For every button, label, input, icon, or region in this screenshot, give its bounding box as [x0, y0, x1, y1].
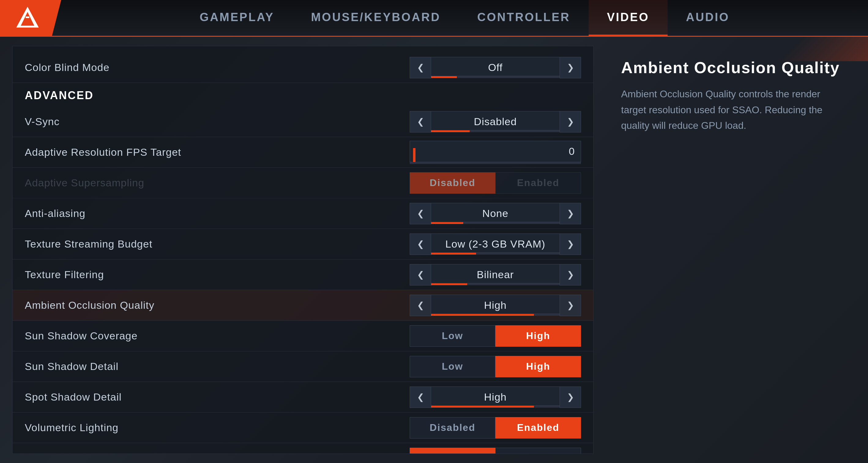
color-blind-bar-fill: [431, 76, 457, 78]
value-wrap-texture_streaming: Low (2-3 GB VRAM): [431, 234, 560, 255]
prev-btn-texture_filtering[interactable]: ❮: [410, 264, 431, 285]
nav-tabs: GAMEPLAYMOUSE/KEYBOARDCONTROLLERVIDEOAUD…: [61, 0, 868, 36]
next-btn-ambient_occlusion[interactable]: ❯: [560, 295, 581, 316]
prev-btn-anti_aliasing[interactable]: ❮: [410, 203, 431, 224]
next-btn-vsync[interactable]: ❯: [560, 111, 581, 132]
setting-label-dynamic_spot_shadows: Dynamic Spot Shadows: [25, 452, 404, 454]
toggle-pair-adaptive_super[interactable]: DisabledEnabled: [410, 172, 581, 194]
color-blind-next-btn[interactable]: ❯: [560, 57, 581, 78]
toggle-btn2-sun_shadow_coverage[interactable]: High: [495, 325, 581, 347]
selector-bar-fill-ambient_occlusion: [431, 314, 534, 316]
selector-bar-vsync: [431, 130, 560, 132]
setting-label-sun_shadow_detail: Sun Shadow Detail: [25, 361, 404, 372]
selector-bar-texture_streaming: [431, 253, 560, 255]
next-btn-anti_aliasing[interactable]: ❯: [560, 203, 581, 224]
arrow-selector-texture_streaming[interactable]: ❮Low (2-3 GB VRAM)❯: [410, 234, 581, 255]
arrow-selector-anti_aliasing[interactable]: ❮None❯: [410, 203, 581, 224]
value-wrap-vsync: Disabled: [431, 111, 560, 132]
color-blind-mode-selector[interactable]: ❮ Off ❯: [410, 57, 581, 78]
header: GAMEPLAYMOUSE/KEYBOARDCONTROLLERVIDEOAUD…: [0, 0, 868, 37]
toggle-btn1-adaptive_super[interactable]: Disabled: [410, 172, 495, 194]
selector-bar-fill-anti_aliasing: [431, 222, 463, 224]
toggle-pair-volumetric_lighting[interactable]: DisabledEnabled: [410, 417, 581, 438]
color-blind-value: Off: [431, 57, 560, 76]
selector-bar-fill-texture_streaming: [431, 253, 476, 255]
nav-tab-audio[interactable]: AUDIO: [668, 0, 748, 36]
toggle-btn2-sun_shadow_detail[interactable]: High: [495, 356, 581, 377]
selector-value-texture_streaming: Low (2-3 GB VRAM): [431, 234, 560, 253]
numeric-input-adaptive_res[interactable]: 0: [410, 141, 581, 162]
advanced-section-label: ADVANCED: [25, 89, 94, 101]
setting-row-texture_streaming: Texture Streaming Budget❮Low (2-3 GB VRA…: [12, 229, 593, 259]
arrow-selector-vsync[interactable]: ❮Disabled❯: [410, 111, 581, 132]
color-blind-mode-row: Color Blind Mode ❮ Off ❯: [12, 52, 593, 83]
advanced-section-header-row: ADVANCED: [12, 83, 593, 106]
toggle-pair-sun_shadow_coverage[interactable]: LowHigh: [410, 325, 581, 347]
info-panel: Ambient Occlusion Quality Ambient Occlus…: [606, 46, 856, 454]
selector-value-ambient_occlusion: High: [431, 295, 560, 314]
value-wrap-anti_aliasing: None: [431, 203, 560, 224]
toggle-btn1-dynamic_spot_shadows[interactable]: Disabled: [410, 448, 495, 454]
prev-btn-texture_streaming[interactable]: ❮: [410, 234, 431, 255]
nav-tab-controller[interactable]: CONTROLLER: [459, 0, 589, 36]
selector-value-texture_filtering: Bilinear: [431, 264, 560, 283]
setting-label-texture_streaming: Texture Streaming Budget: [25, 238, 404, 250]
selector-bar-texture_filtering: [431, 283, 560, 285]
numeric-wrap-adaptive_res[interactable]: 0: [410, 141, 581, 164]
prev-btn-spot_shadow_detail[interactable]: ❮: [410, 387, 431, 408]
setting-row-adaptive_super: Adaptive SupersamplingDisabledEnabled: [12, 168, 593, 198]
toggle-pair-dynamic_spot_shadows[interactable]: DisabledEnabled: [410, 448, 581, 454]
selector-bar-spot_shadow_detail: [431, 406, 560, 408]
toggle-btn2-adaptive_super[interactable]: Enabled: [495, 172, 581, 194]
setting-label-volumetric_lighting: Volumetric Lighting: [25, 422, 404, 434]
prev-btn-vsync[interactable]: ❮: [410, 111, 431, 132]
setting-label-ambient_occlusion: Ambient Occlusion Quality: [25, 299, 404, 311]
toggle-btn1-sun_shadow_coverage[interactable]: Low: [410, 325, 495, 347]
toggle-pair-sun_shadow_detail[interactable]: LowHigh: [410, 356, 581, 377]
nav-tab-video[interactable]: VIDEO: [589, 0, 668, 36]
setting-row-spot_shadow_detail: Spot Shadow Detail❮High❯: [12, 382, 593, 412]
toggle-btn2-dynamic_spot_shadows[interactable]: Enabled: [495, 448, 581, 454]
next-btn-spot_shadow_detail[interactable]: ❯: [560, 387, 581, 408]
settings-rows-container: V-Sync❮Disabled❯Adaptive Resolution FPS …: [12, 106, 593, 454]
toggle-btn2-volumetric_lighting[interactable]: Enabled: [495, 417, 581, 438]
arrow-selector-spot_shadow_detail[interactable]: ❮High❯: [410, 387, 581, 408]
arrow-selector-texture_filtering[interactable]: ❮Bilinear❯: [410, 264, 581, 285]
next-btn-texture_filtering[interactable]: ❯: [560, 264, 581, 285]
selector-bar-anti_aliasing: [431, 222, 560, 224]
selector-bar-ambient_occlusion: [431, 314, 560, 316]
setting-row-vsync: V-Sync❮Disabled❯: [12, 106, 593, 137]
setting-row-sun_shadow_detail: Sun Shadow DetailLowHigh: [12, 351, 593, 382]
setting-label-spot_shadow_detail: Spot Shadow Detail: [25, 391, 404, 403]
next-btn-texture_streaming[interactable]: ❯: [560, 234, 581, 255]
setting-row-anti_aliasing: Anti-aliasing❮None❯: [12, 198, 593, 229]
color-blind-mode-label: Color Blind Mode: [25, 62, 404, 73]
svg-rect-2: [26, 17, 29, 18]
value-wrap-spot_shadow_detail: High: [431, 387, 560, 408]
toggle-btn1-volumetric_lighting[interactable]: Disabled: [410, 417, 495, 438]
setting-row-texture_filtering: Texture Filtering❮Bilinear❯: [12, 259, 593, 290]
main-content: Color Blind Mode ❮ Off ❯ ADVANCED V-Sync…: [0, 37, 868, 463]
setting-label-adaptive_super: Adaptive Supersampling: [25, 177, 404, 189]
info-panel-title: Ambient Occlusion Quality: [621, 58, 840, 77]
setting-label-texture_filtering: Texture Filtering: [25, 269, 404, 281]
info-panel-description: Ambient Occlusion Quality controls the r…: [621, 86, 840, 133]
selector-bar-fill-texture_filtering: [431, 283, 467, 285]
toggle-btn1-sun_shadow_detail[interactable]: Low: [410, 356, 495, 377]
prev-btn-ambient_occlusion[interactable]: ❮: [410, 295, 431, 316]
selector-value-spot_shadow_detail: High: [431, 387, 560, 406]
numeric-bar-adaptive_res: [410, 162, 581, 164]
selector-bar-fill-vsync: [431, 130, 470, 132]
color-blind-bar: [431, 76, 560, 78]
nav-tab-gameplay[interactable]: GAMEPLAY: [181, 0, 293, 36]
setting-row-ambient_occlusion: Ambient Occlusion Quality❮High❯: [12, 290, 593, 321]
selector-value-vsync: Disabled: [431, 111, 560, 130]
setting-label-adaptive_res: Adaptive Resolution FPS Target: [25, 146, 404, 158]
arrow-selector-ambient_occlusion[interactable]: ❮High❯: [410, 295, 581, 316]
numeric-value-adaptive_res: 0: [410, 145, 581, 157]
value-wrap-ambient_occlusion: High: [431, 295, 560, 316]
color-blind-prev-btn[interactable]: ❮: [410, 57, 431, 78]
nav-tab-mouse_keyboard[interactable]: MOUSE/KEYBOARD: [292, 0, 459, 36]
settings-panel[interactable]: Color Blind Mode ❮ Off ❯ ADVANCED V-Sync…: [12, 46, 594, 454]
setting-label-anti_aliasing: Anti-aliasing: [25, 208, 404, 219]
